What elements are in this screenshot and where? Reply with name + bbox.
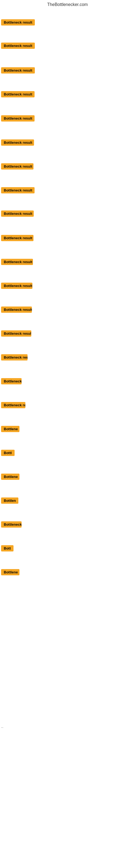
bottleneck-item: Bottlene bbox=[1, 426, 19, 433]
bottleneck-item: Bottlene bbox=[1, 569, 19, 577]
bottleneck-badge: Bottleneck result bbox=[1, 307, 32, 313]
ellipsis: ... bbox=[1, 725, 3, 728]
bottleneck-item: Bottleneck result bbox=[1, 330, 31, 338]
bottleneck-item: Bottlen bbox=[1, 497, 18, 505]
bottleneck-item: Bottleneck bbox=[1, 521, 21, 529]
bottleneck-badge: Bottleneck result bbox=[1, 115, 35, 122]
bottleneck-badge: Bottleneck result bbox=[1, 140, 34, 146]
bottleneck-badge: Bottleneck result bbox=[1, 91, 35, 97]
bottleneck-item: Bottleneck result bbox=[1, 19, 35, 27]
site-title: TheBottlenecker.com bbox=[0, 0, 135, 9]
bottleneck-badge: Bottlene bbox=[1, 426, 19, 432]
bottleneck-badge: Bottleneck result bbox=[1, 259, 33, 265]
bottleneck-item: Bottleneck result bbox=[1, 307, 32, 314]
bottleneck-item: Bottleneck bbox=[1, 378, 21, 385]
bottleneck-badge: Bottlene bbox=[1, 569, 19, 575]
items-container: Bottleneck resultBottleneck resultBottle… bbox=[0, 9, 135, 868]
bottleneck-badge: Bottleneck result bbox=[1, 235, 34, 241]
bottleneck-badge: Bottleneck result bbox=[1, 163, 34, 169]
bottleneck-item: Bottleneck re bbox=[1, 402, 26, 409]
bottleneck-item: Bottleneck result bbox=[1, 42, 35, 50]
bottleneck-badge: Bottleneck result bbox=[1, 187, 35, 193]
bottleneck-badge: Bottleneck bbox=[1, 378, 21, 384]
bottleneck-badge: Bottleneck result bbox=[1, 42, 35, 49]
bottleneck-badge: Bottlen bbox=[1, 497, 18, 504]
bottleneck-item: Bottleneck res bbox=[1, 354, 28, 362]
bottleneck-item: Bottleneck result bbox=[1, 140, 34, 147]
bottleneck-item: Bottleneck result bbox=[1, 211, 34, 218]
bottleneck-badge: Bottleneck result bbox=[1, 283, 32, 289]
bottleneck-badge: Bott bbox=[1, 545, 13, 552]
bottleneck-badge: Bottleneck result bbox=[1, 330, 31, 337]
bottleneck-item: Bottleneck result bbox=[1, 283, 32, 290]
bottleneck-badge: Bottleneck result bbox=[1, 67, 35, 73]
bottleneck-item: Bottleneck result bbox=[1, 91, 35, 98]
bottleneck-item: Bottl bbox=[1, 450, 14, 457]
bottleneck-badge: Bottleneck result bbox=[1, 211, 34, 217]
bottleneck-badge: Bottleneck bbox=[1, 521, 21, 528]
bottleneck-badge: Bottl bbox=[1, 450, 14, 456]
bottleneck-badge: Bottleneck res bbox=[1, 354, 28, 361]
bottleneck-item: Bott bbox=[1, 545, 13, 553]
bottleneck-item: Bottleneck result bbox=[1, 115, 35, 123]
bottleneck-item: Bottleneck result bbox=[1, 187, 35, 194]
bottleneck-item: Bottleneck result bbox=[1, 259, 33, 266]
bottleneck-item: Bottleneck result bbox=[1, 163, 34, 170]
bottleneck-badge: Bottleneck re bbox=[1, 402, 26, 408]
bottleneck-badge: Bottlene bbox=[1, 474, 19, 480]
bottleneck-item: Bottlene bbox=[1, 474, 19, 481]
bottleneck-item: Bottleneck result bbox=[1, 67, 35, 74]
bottleneck-item: Bottleneck result bbox=[1, 235, 34, 242]
bottleneck-badge: Bottleneck result bbox=[1, 19, 35, 26]
